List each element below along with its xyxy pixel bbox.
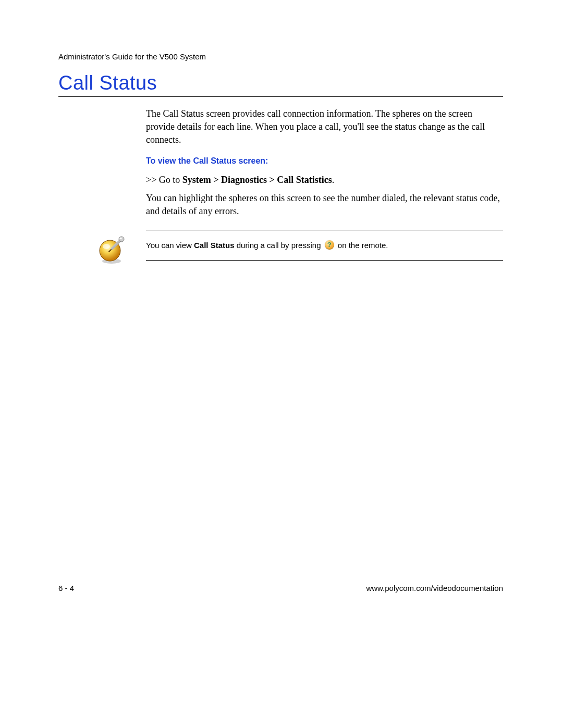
- pushpin-note-icon: [96, 234, 127, 264]
- step-path: System > Diagnostics > Call Statistics: [182, 175, 332, 185]
- note-text: You can view Call Status during a call b…: [146, 240, 503, 251]
- note-suffix: on the remote.: [336, 241, 388, 250]
- running-header: Administrator's Guide for the V500 Syste…: [58, 52, 206, 61]
- step-prefix: >> Go to: [146, 175, 182, 185]
- section-title: Call Status: [58, 72, 503, 94]
- step-suffix: .: [332, 175, 335, 185]
- note-prefix: You can view: [146, 241, 194, 250]
- footer-page-number: 6 - 4: [58, 584, 74, 593]
- note-block: You can view Call Status during a call b…: [146, 230, 503, 261]
- procedure-step: >> Go to System > Diagnostics > Call Sta…: [146, 174, 503, 187]
- svg-point-4: [120, 238, 122, 239]
- note-bold: Call Status: [194, 241, 235, 250]
- note-mid: during a call by pressing: [235, 241, 323, 250]
- procedure-heading: To view the Call Status screen:: [146, 156, 268, 166]
- section-title-rule: Call Status: [58, 72, 503, 97]
- detail-paragraph: You can highlight the spheres on this sc…: [146, 192, 503, 218]
- document-page: Administrator's Guide for the V500 Syste…: [0, 0, 563, 728]
- help-button-icon: [325, 240, 334, 250]
- footer-url: www.polycom.com/videodocumentation: [366, 584, 503, 593]
- intro-paragraph: The Call Status screen provides call con…: [146, 107, 503, 147]
- svg-point-3: [119, 237, 124, 242]
- svg-point-2: [103, 244, 110, 249]
